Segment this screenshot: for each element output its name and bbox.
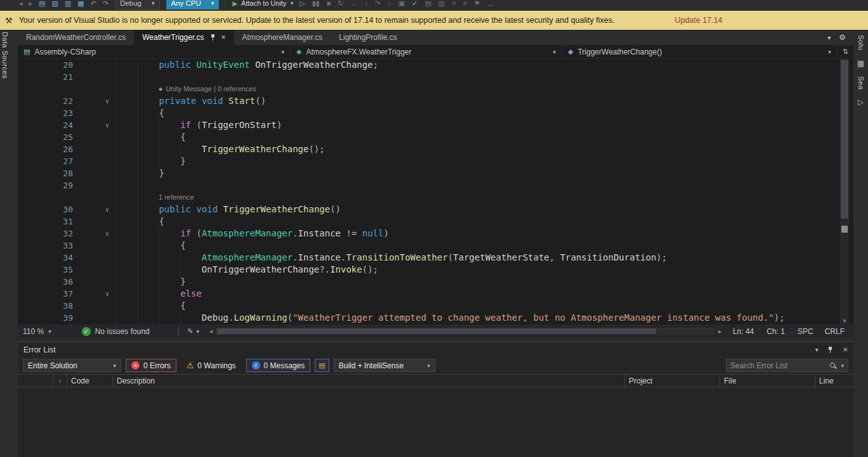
- codelens-row[interactable]: ◆Unity Message | 0 references: [18, 83, 853, 95]
- line-number[interactable]: 23: [18, 107, 73, 119]
- platform-dropdown[interactable]: Any CPU ▾: [166, 0, 220, 10]
- line-number[interactable]: 36: [18, 276, 73, 288]
- show-next-statement-icon[interactable]: →: [351, 0, 358, 7]
- code-line[interactable]: 29: [18, 179, 853, 191]
- code-text[interactable]: }: [116, 167, 164, 179]
- code-text[interactable]: }: [116, 276, 186, 288]
- code-line[interactable]: 32∨ if (AtmosphereManager.Instance != nu…: [18, 228, 853, 240]
- code-text[interactable]: TriggerWeatherChange();: [116, 143, 325, 155]
- scroll-right-icon[interactable]: ▸: [718, 328, 721, 335]
- pin-icon[interactable]: [209, 34, 216, 41]
- scroll-left-icon[interactable]: ◂: [209, 328, 213, 335]
- line-number[interactable]: 28: [18, 167, 73, 179]
- code-text[interactable]: OnTriggerWeatherChange?.Invoke();: [116, 264, 378, 276]
- toolbar-overflow-icon[interactable]: …: [487, 0, 494, 7]
- description-column-header[interactable]: Description: [113, 375, 625, 387]
- scope-dropdown[interactable]: Entire Solution ▾: [23, 359, 121, 372]
- configuration-dropdown[interactable]: Debug ▾: [115, 0, 159, 10]
- scroll-down-icon[interactable]: ▾: [840, 318, 849, 324]
- code-line[interactable]: 36 }: [18, 276, 853, 288]
- code-text[interactable]: if (TriggerOnStart): [116, 119, 282, 131]
- document-health-indicator[interactable]: ✓ No issues found: [82, 327, 150, 336]
- line-number[interactable]: 33: [18, 240, 73, 252]
- line-number[interactable]: 32: [18, 228, 73, 240]
- fold-chevron-icon[interactable]: ∨: [73, 228, 116, 240]
- code-text[interactable]: Debug.LogWarning("WeatherTrigger attempt…: [116, 312, 785, 324]
- file-column-header[interactable]: File: [720, 375, 815, 387]
- code-line[interactable]: 34 AtmosphereManager.Instance.Transition…: [18, 252, 853, 264]
- line-number[interactable]: 34: [18, 252, 73, 264]
- open-file-icon[interactable]: ▧: [51, 0, 58, 7]
- code-line[interactable]: 38 {: [18, 300, 853, 312]
- tab-weathertrigger[interactable]: WeatherTrigger.cs ×: [134, 30, 233, 45]
- code-line[interactable]: 23 {: [18, 107, 853, 119]
- line-ending-indicator[interactable]: CRLF: [825, 327, 845, 336]
- indent-increase-icon[interactable]: ≡: [463, 0, 467, 7]
- code-text[interactable]: {: [116, 216, 164, 228]
- line-number[interactable]: 38: [18, 300, 73, 312]
- indent-decrease-icon[interactable]: ≡: [452, 0, 456, 7]
- attach-to-unity-button[interactable]: ▶ Attach to Unity ▾: [232, 0, 293, 7]
- line-number[interactable]: 21: [18, 71, 73, 83]
- line-number[interactable]: 37: [18, 288, 73, 300]
- step-into-icon[interactable]: ↓: [365, 0, 369, 7]
- close-icon[interactable]: ×: [843, 345, 848, 354]
- test-check-icon[interactable]: ✓: [412, 0, 418, 7]
- line-number[interactable]: 25: [18, 131, 73, 143]
- code-line[interactable]: 37∨ else: [18, 288, 853, 300]
- error-list-search[interactable]: ▾: [726, 359, 848, 372]
- spaces-indicator[interactable]: SPC: [798, 327, 813, 336]
- fold-chevron-icon[interactable]: ∨: [73, 119, 116, 131]
- undo-icon[interactable]: ↶: [91, 0, 96, 7]
- codelens-text[interactable]: 1 reference: [116, 191, 194, 203]
- nav-forward-icon[interactable]: ▸: [29, 0, 33, 7]
- severity-column-header[interactable]: [18, 375, 53, 387]
- run-icon[interactable]: ▷: [858, 98, 864, 106]
- stop-icon[interactable]: ■: [327, 0, 331, 7]
- line-number[interactable]: 29: [18, 179, 73, 191]
- code-text[interactable]: }: [116, 155, 186, 167]
- zoom-control[interactable]: 110 % ▾: [23, 327, 51, 336]
- tab-atmospheremanager[interactable]: AtmosphereManager.cs: [234, 30, 331, 45]
- pin-icon[interactable]: [827, 346, 834, 354]
- tab-lightingprofile[interactable]: LightingProfile.cs: [331, 30, 405, 45]
- line-number[interactable]: 24: [18, 119, 73, 131]
- fold-chevron-icon[interactable]: ∨: [73, 203, 116, 216]
- code-cleanup-button[interactable]: ✎ ▾: [187, 327, 199, 335]
- tab-options-gear-icon[interactable]: ⚙: [839, 33, 846, 42]
- comment-icon[interactable]: ▤: [424, 0, 431, 7]
- step-out-icon[interactable]: ↑: [388, 0, 391, 7]
- line-number[interactable]: 20: [18, 59, 73, 71]
- code-text[interactable]: {: [116, 240, 186, 252]
- vertical-scrollbar[interactable]: ▾: [840, 59, 849, 325]
- code-line[interactable]: 28 }: [18, 167, 853, 179]
- nav-back-icon[interactable]: ◂: [19, 0, 23, 7]
- code-line[interactable]: 25 {: [18, 131, 853, 143]
- save-icon[interactable]: ▥: [65, 0, 71, 7]
- step-over-icon[interactable]: ↷: [375, 0, 381, 7]
- update-link[interactable]: Update 17.14: [674, 16, 722, 25]
- start-without-debugging-icon[interactable]: ▷: [299, 0, 305, 7]
- chevron-down-icon[interactable]: ▾: [841, 363, 844, 369]
- bookmark-icon[interactable]: ⚑: [474, 0, 480, 7]
- data-sources-tab[interactable]: Data Sources: [1, 32, 9, 79]
- errors-filter-button[interactable]: × 0 Errors: [126, 359, 176, 372]
- sort-column-header[interactable]: ↕: [53, 375, 67, 387]
- code-line[interactable]: 26 TriggerWeatherChange();: [18, 143, 853, 155]
- line-number[interactable]: 35: [18, 264, 73, 276]
- fold-chevron-icon[interactable]: ∨: [73, 288, 116, 300]
- code-text[interactable]: AtmosphereManager.Instance.TransitionToW…: [116, 252, 667, 264]
- code-line[interactable]: 24∨ if (TriggerOnStart): [18, 119, 853, 131]
- column-indicator[interactable]: Ch: 1: [766, 327, 785, 336]
- project-dropdown[interactable]: ▤ Assembly-CSharp ▾: [18, 45, 291, 58]
- attach-process-icon[interactable]: ▣: [398, 0, 405, 7]
- redo-icon[interactable]: ↷: [103, 0, 109, 7]
- project-column-header[interactable]: Project: [625, 375, 720, 387]
- code-line[interactable]: 31 {: [18, 216, 853, 228]
- code-line[interactable]: 27 }: [18, 155, 853, 167]
- code-line[interactable]: 21: [18, 71, 853, 83]
- type-dropdown[interactable]: ◈ AtmosphereFX.WeatherTrigger ▾: [291, 45, 562, 58]
- tab-list-chevron-icon[interactable]: ▾: [827, 34, 831, 41]
- new-file-icon[interactable]: ▤: [39, 0, 45, 7]
- member-dropdown[interactable]: ◆ TriggerWeatherChange() ▾: [562, 45, 838, 58]
